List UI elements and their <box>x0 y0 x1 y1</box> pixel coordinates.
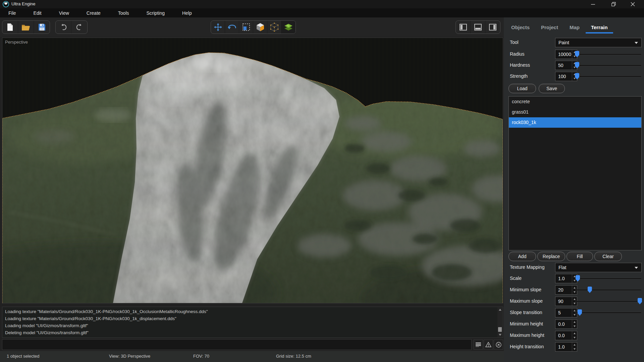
spin-down-icon[interactable] <box>572 324 577 328</box>
texture-list[interactable]: concrete grass01 rock030_1k <box>508 96 642 250</box>
scroll-up-icon[interactable] <box>497 307 502 312</box>
scale-tool-button[interactable] <box>239 21 253 34</box>
warnings-button[interactable] <box>484 340 493 350</box>
slider-handle[interactable] <box>575 51 579 57</box>
minimum-slope-spinbox[interactable]: 20 <box>555 285 577 295</box>
slider-handle[interactable] <box>578 309 582 316</box>
minimum-height-label: Minimum height <box>510 321 543 326</box>
height-transition-spinbox[interactable]: 1.0 <box>555 342 577 352</box>
strength-spinbox[interactable]: 100 <box>555 72 577 81</box>
replace-button[interactable]: Replace <box>537 252 565 261</box>
menu-file[interactable]: File <box>8 10 16 16</box>
scale-label: Scale <box>510 276 522 281</box>
slider-handle[interactable] <box>576 275 580 282</box>
texture-mapping-dropdown[interactable]: Flat <box>555 263 642 272</box>
menu-help[interactable]: Help <box>182 10 192 16</box>
rotate-tool-button[interactable] <box>225 21 239 34</box>
hardness-spinbox[interactable]: 50 <box>555 61 577 70</box>
terrain-mode-button[interactable] <box>281 21 296 34</box>
scale-slider[interactable] <box>575 275 642 282</box>
menu-view[interactable]: View <box>59 10 69 16</box>
list-item-concrete[interactable]: concrete <box>509 97 641 107</box>
restore-button[interactable] <box>606 0 621 8</box>
spin-up-icon[interactable] <box>572 343 577 347</box>
maximum-slope-spinbox[interactable]: 90 <box>555 297 577 306</box>
minimum-slope-value: 20 <box>558 287 564 293</box>
save-layers-button[interactable]: Save <box>539 84 565 93</box>
new-file-button[interactable] <box>2 21 18 34</box>
tab-terrain[interactable]: Terrain <box>591 24 608 30</box>
slider-handle[interactable] <box>638 298 642 304</box>
radius-slider[interactable] <box>575 51 642 58</box>
new-file-icon <box>7 23 13 31</box>
move-tool-button[interactable] <box>211 21 225 34</box>
redo-button[interactable] <box>71 21 87 34</box>
console-scrollbar[interactable] <box>497 307 502 337</box>
clear-button[interactable]: Clear <box>594 252 622 261</box>
undo-button[interactable] <box>56 21 71 34</box>
transform-button-group <box>211 20 296 34</box>
tab-project[interactable]: Project <box>541 24 558 30</box>
load-button[interactable]: Load <box>508 84 536 93</box>
slider-handle[interactable] <box>588 287 592 293</box>
hardness-slider[interactable] <box>575 62 642 69</box>
list-item-rock030-1k[interactable]: rock030_1k <box>509 117 641 128</box>
menu-edit[interactable]: Edit <box>34 10 42 16</box>
tool-dropdown[interactable]: Paint <box>555 38 642 47</box>
strength-slider[interactable] <box>575 73 642 80</box>
maximum-slope-label: Maximum slope <box>510 298 543 304</box>
console-command-input[interactable] <box>2 339 472 350</box>
minimize-button[interactable] <box>585 0 601 8</box>
scroll-down-icon[interactable] <box>497 333 502 337</box>
menu-tools[interactable]: Tools <box>118 10 129 16</box>
clear-console-icon <box>496 342 501 348</box>
save-button[interactable] <box>34 21 50 34</box>
vertex-mode-button[interactable] <box>267 21 281 34</box>
maximum-height-spinbox[interactable]: 0.0 <box>555 331 577 340</box>
add-button[interactable]: Add <box>508 252 536 261</box>
clear-console-button[interactable] <box>494 340 503 350</box>
radius-spinbox[interactable]: 10000 <box>555 50 577 59</box>
slider-handle[interactable] <box>575 62 579 68</box>
viewport-3d[interactable]: Perspective <box>2 38 503 303</box>
hardness-value: 50 <box>558 63 564 68</box>
spin-down-icon[interactable] <box>572 336 577 340</box>
rotate-icon <box>228 24 236 30</box>
window-title: Ultra Engine <box>11 1 36 6</box>
tab-objects[interactable]: Objects <box>511 24 530 30</box>
tab-map[interactable]: Map <box>570 24 580 30</box>
spin-up-icon[interactable] <box>572 331 577 336</box>
log-list-button[interactable] <box>474 340 483 350</box>
toggle-left-panel-button[interactable] <box>456 21 471 34</box>
layout-button-group <box>455 20 500 34</box>
maximum-height-value: 0.0 <box>558 333 565 338</box>
toggle-bottom-panel-button[interactable] <box>471 21 485 34</box>
minimum-height-spinbox[interactable]: 0.0 <box>555 319 577 329</box>
minimum-slope-slider[interactable] <box>575 287 642 293</box>
slider-handle[interactable] <box>575 73 579 79</box>
spin-up-icon[interactable] <box>572 320 577 324</box>
maximum-slope-slider[interactable] <box>575 298 642 305</box>
height-transition-value: 1.0 <box>558 344 565 350</box>
toggle-right-panel-button[interactable] <box>485 21 500 34</box>
action-buttons-row: Add Replace Fill Clear <box>504 252 644 262</box>
texture-mapping-label: Texture Mapping <box>510 264 545 270</box>
open-file-button[interactable] <box>18 21 34 34</box>
slope-transition-slider[interactable] <box>575 309 642 316</box>
menu-create[interactable]: Create <box>87 10 101 16</box>
menu-scripting[interactable]: Scripting <box>147 10 165 16</box>
texture-mapping-row: Texture Mapping Flat <box>504 263 644 272</box>
slope-transition-spinbox[interactable]: 5 <box>555 308 577 317</box>
list-item-grass01[interactable]: grass01 <box>509 107 641 117</box>
object-mode-button[interactable] <box>253 21 267 34</box>
redo-icon <box>76 24 83 31</box>
console-log[interactable]: Loading texture "Materials/Ground/Rock03… <box>2 307 503 338</box>
spin-down-icon[interactable] <box>572 347 577 351</box>
maximum-slope-row: Maximum slope 90 <box>504 297 644 306</box>
scale-spinbox[interactable]: 1.0 <box>555 274 577 283</box>
tool-value: Paint <box>558 40 569 45</box>
close-button[interactable] <box>625 0 640 8</box>
fill-button[interactable]: Fill <box>567 252 593 261</box>
scale-row: Scale 1.0 <box>504 274 644 283</box>
scrollbar-thumb[interactable] <box>498 327 502 332</box>
